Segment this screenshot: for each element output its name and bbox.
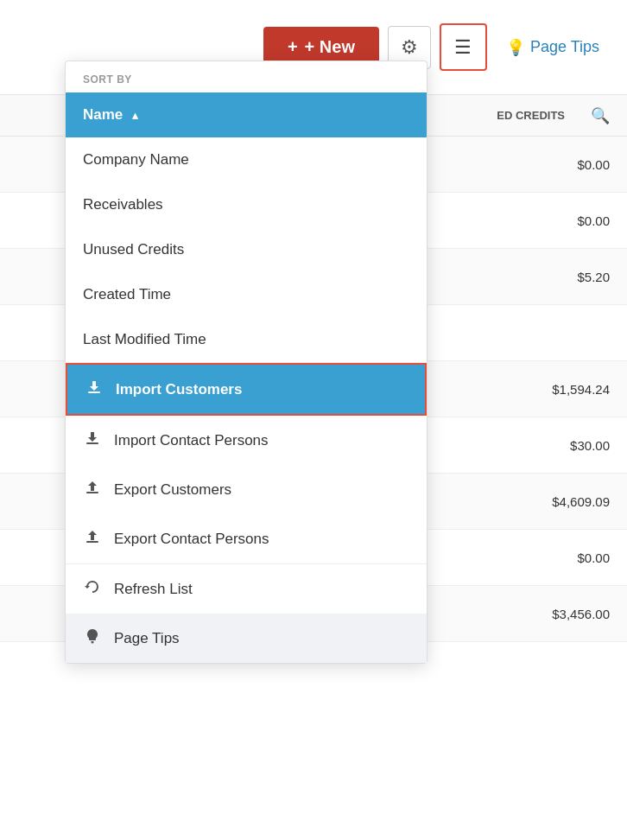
dropdown-menu: SORT BY Name ▴ Company Name Receivables … <box>65 60 428 664</box>
page-tips-menu-label: Page Tips <box>114 630 180 647</box>
menu-item-import-customers[interactable]: Import Customers <box>66 363 427 416</box>
last-modified-time-label: Last Modified Time <box>83 331 206 348</box>
menu-item-last-modified-time[interactable]: Last Modified Time <box>66 317 427 362</box>
upload-icon <box>83 479 102 500</box>
refresh-list-label: Refresh List <box>114 581 193 598</box>
col-header-credits: ED CREDITS <box>497 109 565 122</box>
svg-rect-3 <box>86 541 98 543</box>
svg-rect-0 <box>88 391 100 393</box>
hamburger-icon: ☰ <box>454 36 472 59</box>
menu-item-page-tips[interactable]: Page Tips <box>66 614 427 663</box>
cell-value: $5.20 <box>506 270 610 284</box>
cell-value: $1,594.24 <box>506 382 610 397</box>
cell-value: $0.00 <box>506 550 610 565</box>
cell-value: $30.00 <box>506 438 610 453</box>
export-customers-label: Export Customers <box>114 481 231 499</box>
menu-item-unused-credits[interactable]: Unused Credits <box>66 227 427 272</box>
hamburger-button[interactable]: ☰ <box>440 23 487 71</box>
menu-item-export-customers[interactable]: Export Customers <box>66 465 427 514</box>
sort-by-header: SORT BY <box>66 61 427 92</box>
menu-item-export-contact-persons[interactable]: Export Contact Persons <box>66 514 427 563</box>
import-customers-label: Import Customers <box>116 381 242 398</box>
menu-item-import-contact-persons[interactable]: Import Contact Persons <box>66 416 427 465</box>
page-tips-button[interactable]: 💡 Page Tips <box>496 31 610 64</box>
menu-item-name[interactable]: Name ▴ <box>66 92 427 137</box>
menu-item-refresh-list[interactable]: Refresh List <box>66 564 427 614</box>
cell-value: $4,609.09 <box>506 494 610 509</box>
lightbulb-icon <box>83 627 102 649</box>
svg-rect-2 <box>86 492 98 493</box>
menu-item-company-name[interactable]: Company Name <box>66 137 427 182</box>
cell-value: $0.00 <box>506 213 610 228</box>
menu-item-created-time[interactable]: Created Time <box>66 272 427 317</box>
download-icon <box>83 430 102 451</box>
upload-icon <box>83 528 102 550</box>
created-time-label: Created Time <box>83 286 171 303</box>
download-icon <box>85 379 104 400</box>
receivables-label: Receivables <box>83 196 163 213</box>
sort-arrow: ▴ <box>132 109 138 122</box>
plus-icon: + <box>288 37 298 57</box>
svg-rect-1 <box>86 442 98 444</box>
unused-credits-label: Unused Credits <box>83 241 184 258</box>
name-sort-label: Name ▴ <box>83 106 138 124</box>
cell-value: $3,456.00 <box>506 607 610 621</box>
page-tips-label: Page Tips <box>530 38 599 56</box>
import-contact-persons-label: Import Contact Persons <box>114 432 269 449</box>
gear-icon: ⚙ <box>401 36 418 59</box>
search-icon[interactable]: 🔍 <box>591 106 610 125</box>
cell-value: $0.00 <box>506 157 610 172</box>
new-button-label: + New <box>305 37 355 57</box>
menu-item-receivables[interactable]: Receivables <box>66 182 427 227</box>
refresh-icon <box>83 578 102 600</box>
export-contact-persons-label: Export Contact Persons <box>114 531 269 548</box>
company-name-label: Company Name <box>83 151 189 169</box>
lightbulb-icon: 💡 <box>506 38 525 57</box>
